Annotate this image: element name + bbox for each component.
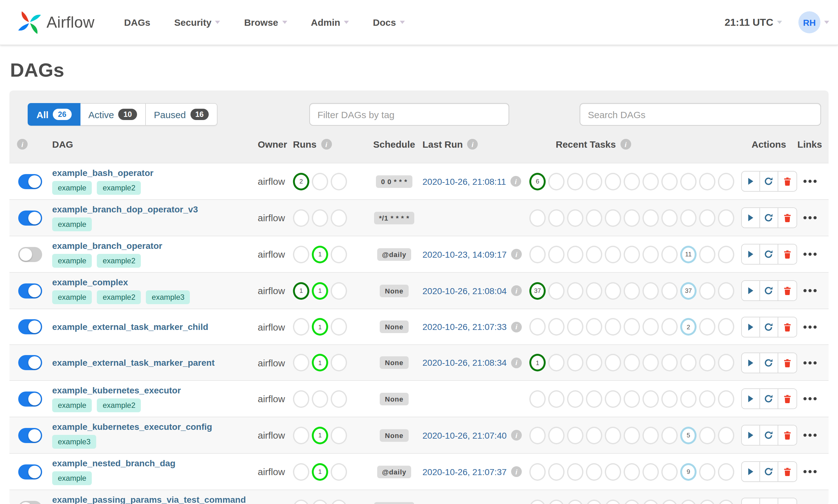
last-run-link[interactable]: 2020-10-26, 21:08:04	[423, 286, 507, 296]
delete-dag-button[interactable]	[778, 172, 796, 191]
dag-tag-badge[interactable]: example2	[97, 398, 141, 412]
task-state-circle-sensing[interactable]	[718, 426, 734, 444]
task-state-circle-up_for_reschedule[interactable]	[642, 173, 659, 190]
delete-dag-button[interactable]	[778, 281, 796, 300]
refresh-dag-button[interactable]	[760, 462, 778, 481]
refresh-dag-button[interactable]	[760, 389, 778, 409]
dag-name-link[interactable]: example_external_task_marker_child	[52, 322, 254, 332]
task-state-circle-failed[interactable]	[567, 390, 583, 408]
dag-pause-toggle[interactable]	[18, 319, 42, 334]
task-state-circle-upstream_failed[interactable]	[586, 426, 602, 444]
trigger-dag-button[interactable]	[742, 389, 760, 409]
links-menu-button[interactable]	[801, 323, 819, 331]
task-state-circle-sensing[interactable]	[718, 246, 734, 263]
trigger-dag-button[interactable]	[742, 172, 760, 191]
dag-tag-badge[interactable]: example	[52, 471, 92, 485]
task-state-circle-queued[interactable]	[661, 318, 678, 336]
task-state-circle-failed[interactable]	[331, 499, 347, 504]
task-state-circle-none[interactable]: 11	[680, 246, 697, 263]
task-state-circle-success[interactable]	[529, 318, 546, 336]
task-state-circle-failed[interactable]	[331, 390, 347, 408]
task-state-circle-failed[interactable]	[331, 282, 347, 300]
task-state-circle-running[interactable]	[548, 173, 565, 190]
task-state-circle-failed[interactable]	[331, 318, 347, 336]
dag-tag-badge[interactable]: example	[52, 181, 92, 195]
task-state-circle-failed[interactable]	[331, 209, 347, 227]
task-state-circle-running[interactable]: 1	[312, 426, 328, 444]
task-state-circle-up_for_retry[interactable]	[624, 499, 640, 504]
delete-dag-button[interactable]	[778, 389, 796, 409]
last-run-link[interactable]: 2020-10-26, 21:07:40	[423, 430, 507, 440]
task-state-circle-success[interactable]: 6	[529, 173, 546, 190]
task-state-circle-sensing[interactable]	[718, 318, 734, 336]
task-state-circle-failed[interactable]	[567, 318, 583, 336]
task-state-circle-up_for_reschedule[interactable]	[642, 390, 659, 408]
task-state-circle-failed[interactable]	[331, 426, 347, 444]
refresh-dag-button[interactable]	[760, 281, 778, 300]
links-menu-button[interactable]	[801, 359, 819, 367]
task-state-circle-sensing[interactable]	[718, 499, 734, 504]
task-state-circle-none[interactable]	[680, 354, 697, 372]
task-state-circle-failed[interactable]	[331, 463, 347, 481]
dag-pause-toggle[interactable]	[18, 391, 42, 406]
task-state-circle-skipped[interactable]	[605, 246, 621, 263]
trigger-dag-button[interactable]	[742, 281, 760, 300]
task-state-circle-success[interactable]	[293, 390, 309, 408]
task-state-circle-up_for_retry[interactable]	[624, 173, 640, 190]
task-state-circle-up_for_retry[interactable]	[624, 246, 640, 263]
task-state-circle-failed[interactable]	[567, 246, 583, 263]
task-state-circle-scheduled[interactable]	[699, 390, 715, 408]
task-state-circle-running[interactable]: 1	[312, 282, 328, 300]
task-state-circle-up_for_retry[interactable]	[624, 426, 640, 444]
task-state-circle-none[interactable]: 2	[680, 318, 697, 336]
task-state-circle-queued[interactable]	[661, 282, 678, 300]
last-run-link[interactable]: 2020-10-26, 21:07:37	[423, 467, 507, 477]
task-state-circle-running[interactable]	[548, 426, 565, 444]
menu-item-dags[interactable]: DAGs	[112, 17, 162, 28]
task-state-circle-scheduled[interactable]	[699, 499, 715, 504]
task-state-circle-skipped[interactable]	[605, 463, 621, 481]
links-menu-button[interactable]	[801, 395, 819, 403]
menu-item-docs[interactable]: Docs	[361, 17, 416, 28]
task-state-circle-running[interactable]	[548, 463, 565, 481]
task-state-circle-failed[interactable]	[567, 173, 583, 190]
links-menu-button[interactable]	[801, 214, 819, 222]
task-state-circle-skipped[interactable]	[605, 499, 621, 504]
task-state-circle-none[interactable]: 9	[680, 463, 697, 481]
delete-dag-button[interactable]	[778, 498, 796, 504]
task-state-circle-scheduled[interactable]	[699, 209, 715, 227]
task-state-circle-skipped[interactable]	[605, 318, 621, 336]
task-state-circle-running[interactable]	[312, 209, 328, 227]
task-state-circle-up_for_reschedule[interactable]	[642, 318, 659, 336]
task-state-circle-none[interactable]	[680, 173, 697, 190]
task-state-circle-up_for_reschedule[interactable]	[642, 282, 659, 300]
trigger-dag-button[interactable]	[742, 426, 760, 445]
task-state-circle-running[interactable]	[548, 282, 565, 300]
task-state-circle-success[interactable]	[293, 318, 309, 336]
task-state-circle-success[interactable]: 1	[293, 282, 309, 300]
delete-dag-button[interactable]	[778, 245, 796, 264]
tab-active[interactable]: Active10	[80, 103, 145, 126]
dag-pause-toggle[interactable]	[18, 355, 42, 370]
dag-name-link[interactable]: example_kubernetes_executor_config	[52, 422, 254, 432]
task-state-circle-running[interactable]	[548, 209, 565, 227]
task-state-circle-sensing[interactable]	[718, 173, 734, 190]
task-state-circle-success[interactable]	[529, 390, 546, 408]
dag-name-link[interactable]: example_external_task_marker_parent	[52, 358, 254, 367]
refresh-dag-button[interactable]	[760, 172, 778, 191]
task-state-circle-skipped[interactable]	[605, 354, 621, 372]
task-state-circle-running[interactable]: 1	[312, 354, 328, 372]
task-state-circle-queued[interactable]	[661, 390, 678, 408]
tab-all[interactable]: All26	[28, 103, 80, 126]
trigger-dag-button[interactable]	[742, 317, 760, 337]
task-state-circle-success[interactable]: 37	[529, 282, 546, 300]
task-state-circle-queued[interactable]	[661, 246, 678, 263]
task-state-circle-up_for_reschedule[interactable]	[642, 209, 659, 227]
task-state-circle-upstream_failed[interactable]	[586, 246, 602, 263]
task-state-circle-queued[interactable]	[661, 173, 678, 190]
timezone-dropdown[interactable]: 21:11 UTC	[725, 17, 782, 28]
task-state-circle-success[interactable]	[529, 426, 546, 444]
task-state-circle-scheduled[interactable]	[699, 463, 715, 481]
dag-tag-badge[interactable]: example	[52, 398, 92, 412]
trigger-dag-button[interactable]	[742, 498, 760, 504]
